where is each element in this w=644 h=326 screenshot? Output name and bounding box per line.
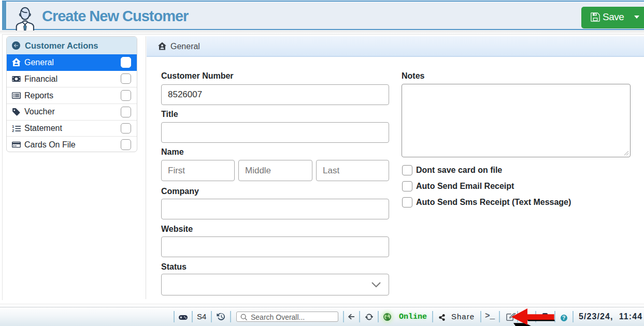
svg-text:2: 2 (12, 128, 15, 133)
